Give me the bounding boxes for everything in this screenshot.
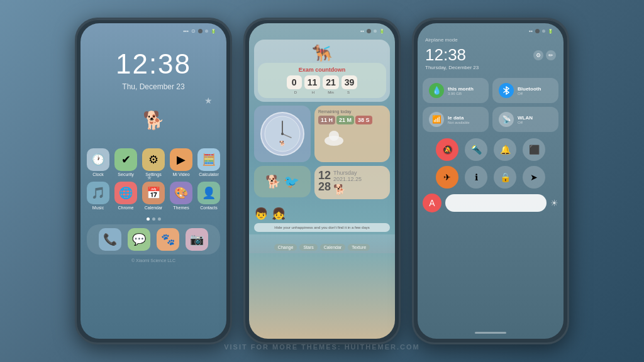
- ctrl-edit-icon[interactable]: ✏: [546, 50, 556, 60]
- camera-notch-2: ▪▪ 🔋: [360, 28, 385, 34]
- app-calculator[interactable]: 🧮 Calculator: [197, 148, 220, 177]
- label-h: H: [306, 90, 321, 94]
- app-security-icon: ✔: [114, 148, 137, 171]
- countdown-title: Exam countdown: [263, 67, 381, 73]
- wlan-icon: 📡: [499, 112, 514, 127]
- brightness-bar[interactable]: [445, 194, 547, 212]
- mobile-value: Not available: [448, 121, 470, 124]
- ctrl-time: 12:38: [425, 45, 466, 65]
- character-row-bottom: 👦 👧: [249, 204, 395, 223]
- wlan-value: Off: [518, 121, 533, 124]
- btn-mute[interactable]: 🔕: [436, 138, 458, 161]
- wlan-label: WLAN: [518, 115, 533, 121]
- app-chrome-label: Chrome: [118, 206, 134, 210]
- ctrl-buttons-row2: ✈ ℹ 🔒 ➤: [418, 163, 564, 191]
- bluetooth-label: Bluetooth: [518, 86, 541, 92]
- cal-year: 2021.12.25: [333, 176, 362, 182]
- label-s: S: [341, 90, 356, 94]
- label-min: Min: [323, 90, 338, 94]
- phone-2: ▪▪ 🔋 🐕‍🦺 Exam countdown 0 11 21 39: [243, 18, 401, 344]
- camera-notch-1: ▪▪▪ ⊙ 🔋: [183, 28, 216, 34]
- app-clock[interactable]: 🕐 Clock: [87, 148, 109, 177]
- char-snoopy: 🐕: [265, 174, 281, 189]
- dock-phone[interactable]: 📞: [99, 228, 121, 251]
- bluetooth-value: Off: [518, 92, 541, 96]
- ctrl-settings-icon[interactable]: ⚙: [533, 50, 543, 60]
- phone3-screen: ▪▪ 🔋 Airplane mode 12:38 ⚙ ✏ Thursday, D…: [418, 23, 564, 339]
- btn-torch[interactable]: 🔦: [465, 138, 487, 161]
- phone2-screen: ▪▪ 🔋 🐕‍🦺 Exam countdown 0 11 21 39: [249, 23, 395, 339]
- indicator-dot-1: [205, 30, 208, 33]
- airplane-mode-label: Airplane mode: [418, 35, 564, 45]
- btn-info[interactable]: ℹ: [465, 166, 487, 189]
- rem-seconds: 38 S: [355, 116, 372, 124]
- app-themes[interactable]: 🎨 Themes: [170, 182, 192, 210]
- lucy-icon: 👧: [272, 207, 286, 221]
- app-security[interactable]: ✔ Security: [114, 148, 137, 177]
- svg-text:🐕: 🐕: [279, 140, 286, 146]
- ctrl-tile-mobile[interactable]: 📶 le data Not available: [423, 107, 489, 132]
- dot-3: [158, 217, 161, 221]
- dock-camera[interactable]: 📷: [186, 228, 208, 251]
- tab-calendar[interactable]: Calendar: [320, 244, 345, 251]
- phone-3: ▪▪ 🔋 Airplane mode 12:38 ⚙ ✏ Thursday, D…: [412, 18, 569, 344]
- btn-lock[interactable]: 🔒: [494, 166, 516, 189]
- app-security-label: Security: [118, 172, 133, 177]
- app-calendar[interactable]: 📅 Calendar: [142, 182, 165, 210]
- signal-icon-2: ▪▪: [360, 28, 364, 34]
- ctrl-tiles: 💧 this month 3.96 GB Bluetooth Off: [418, 74, 564, 136]
- ctrl-date-row: Thursday, December 23: [418, 65, 564, 74]
- charlie-icon: 👦: [254, 207, 268, 221]
- widgets-row-2: 🐕 🐦 12 28 Thursday 2021.12.25 🐕: [254, 166, 390, 199]
- app-chrome-icon: 🌐: [114, 182, 137, 204]
- btn-airplane[interactable]: ✈: [436, 166, 458, 189]
- dock: 📞 💬 🐾 📷: [87, 224, 220, 255]
- ctrl-header-icons: ⚙ ✏: [533, 50, 556, 60]
- indicator-dot-3: [542, 30, 545, 33]
- btn-notify[interactable]: 🔔: [494, 138, 516, 161]
- bottom-tabs: Change Stars Calendar Texture: [274, 244, 370, 251]
- rem-minutes: 21 M: [336, 116, 354, 124]
- clock-widget: 🐕: [254, 106, 311, 162]
- camera-notch-3: ▪▪ 🔋: [529, 28, 553, 34]
- wifi-icon: ⊙: [191, 28, 196, 34]
- ctrl-date: Thursday, December 23: [425, 65, 479, 70]
- star-decoration-2: ★: [147, 174, 152, 181]
- tab-change[interactable]: Change: [274, 244, 297, 251]
- widget-area: 🐕‍🦺 Exam countdown 0 11 21 39 D H Min S: [249, 35, 395, 204]
- bluetooth-svg: [502, 86, 510, 95]
- mobile-data-icon: 📶: [429, 112, 444, 127]
- phone1-screen: ▪▪▪ ⊙ 🔋 12:38 Thu, December 23 ★ ★ 🐕 🕐 C…: [80, 23, 226, 339]
- app-grid-row2: 🎵 Music 🌐 Chrome 📅 Calendar 🎨 Themes 👤 C…: [80, 182, 226, 215]
- ctrl-tile-data[interactable]: 💧 this month 3.96 GB: [423, 78, 489, 103]
- svg-point-6: [329, 131, 339, 141]
- tab-stars[interactable]: Stars: [299, 244, 317, 251]
- btn-location[interactable]: ➤: [523, 166, 545, 189]
- wlan-text: WLAN Off: [518, 115, 533, 124]
- remaining-title: Remaining today: [318, 109, 386, 114]
- snoopy-top-widget: 🐕‍🦺 Exam countdown 0 11 21 39 D H Min S: [254, 40, 390, 102]
- app-contacts-label: Contacts: [200, 206, 218, 210]
- app-contacts-icon: 👤: [197, 182, 220, 204]
- app-mivideo[interactable]: ▶ Mi Video: [170, 148, 192, 177]
- dock-messages[interactable]: 💬: [128, 228, 150, 251]
- mobile-label: le data: [448, 115, 470, 121]
- phone1-copyright: © Xiaomi Science LLC: [80, 258, 226, 263]
- dot-1: [147, 217, 150, 221]
- ctrl-tile-wlan[interactable]: 📡 WLAN Off: [492, 107, 558, 132]
- btn-screen[interactable]: ⬛: [523, 138, 545, 161]
- data-text: this month 3.96 GB: [448, 86, 474, 96]
- dock-snoopy[interactable]: 🐾: [157, 228, 179, 251]
- app-contacts[interactable]: 👤 Contacts: [197, 182, 220, 210]
- tab-texture[interactable]: Texture: [348, 244, 370, 251]
- countdown-widget: Exam countdown 0 11 21 39 D H Min S: [258, 63, 386, 98]
- signal-icon-3: ▪▪: [529, 28, 533, 34]
- app-chrome[interactable]: 🌐 Chrome: [114, 182, 137, 210]
- ctrl-tile-bluetooth[interactable]: Bluetooth Off: [492, 78, 558, 103]
- app-settings[interactable]: ⚙ Settings: [142, 148, 165, 177]
- remaining-widget: Remaining today 11 H 21 M 38 S: [314, 106, 390, 162]
- app-music[interactable]: 🎵 Music: [87, 182, 109, 210]
- characters-widget: 🐕 🐦: [254, 166, 311, 197]
- app-calendar-icon: 📅: [142, 182, 165, 204]
- bluetooth-icon: [499, 83, 514, 98]
